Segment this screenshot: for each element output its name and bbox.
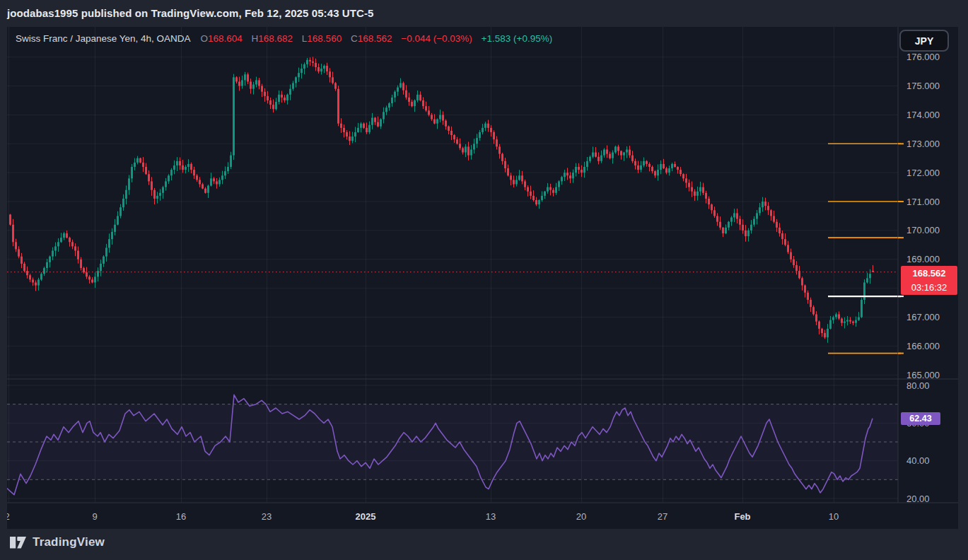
candle-body [80,259,82,268]
candle-body [626,149,628,152]
tradingview-logo-icon [9,536,27,549]
candle-body [187,164,189,167]
candle-body [564,173,566,177]
candle-body [37,279,40,285]
candle-body [199,180,201,184]
candle-body [122,199,124,207]
candle-body [292,83,294,88]
candle-body [844,322,846,323]
candle-body [555,187,557,193]
candle-body [233,77,235,155]
price-tick-label: 170.000 [906,225,940,235]
candle-body [756,213,758,218]
candle-body [235,77,238,81]
candle-body [136,158,139,163]
candle-body [329,71,331,77]
candle-body [606,149,608,153]
price-tick-label: 174.000 [906,110,940,120]
candle-body [170,170,173,175]
candle-body [705,193,707,199]
candle-body [620,151,622,156]
candle-body [617,146,619,151]
candle-body [812,307,815,314]
candle-body [863,283,865,301]
candle-body [391,98,393,103]
candle-body [614,146,617,152]
candle-body [549,187,552,190]
candle-body [207,186,209,193]
candle-body [600,156,602,161]
candle-body [134,163,136,167]
candle-body [804,286,806,293]
candle-body [247,74,249,81]
candle-body [422,100,424,106]
candle-body [493,132,495,139]
candle-body [810,300,812,307]
candle-body [501,154,503,161]
close-label: C [351,33,358,44]
candle-body [394,92,396,98]
candle-body [733,213,735,217]
candle-body [431,115,433,119]
candle-body [71,242,74,246]
rsi-tick-label: 20.00 [906,494,930,504]
candle-body [46,262,48,268]
chart-container[interactable]: 176.000175.000174.000173.000172.000171.0… [7,27,958,529]
candle-body [544,192,546,196]
candle-body [552,190,554,193]
candle-body [52,251,54,257]
candle-body [349,136,351,141]
open-value: 168.604 [208,33,243,44]
candle-body [69,238,71,242]
candle-body [807,293,809,300]
price-tick-label: 166.000 [906,341,940,351]
candle-body [784,239,786,245]
candle-body [371,118,373,125]
candle-body [547,187,549,192]
candle-body [592,153,594,157]
candle-body [18,250,20,257]
candle-body [688,182,690,187]
tradingview-attribution-link[interactable]: TradingView [9,535,105,549]
candle-body [680,170,682,174]
high-value: 168.682 [258,33,293,44]
candle-body [510,175,512,180]
candle-body [204,189,206,193]
current-price-badge: 168.562 03:16:32 [901,266,957,295]
close-value: 168.562 [358,33,392,44]
candle-body [221,175,223,180]
candle-body [462,148,464,152]
candle-body [442,115,444,120]
candle-body [57,242,59,246]
candle-body [479,132,481,138]
candle-body [696,192,699,196]
candle-body [29,275,31,279]
candle-body [841,319,843,323]
time-tick-label: 9 [92,511,97,522]
candle-body [295,77,297,83]
candle-body [366,128,368,132]
candle-body [77,251,79,259]
price-tick-label: 171.000 [906,197,940,207]
candle-body [86,272,88,276]
symbol-title[interactable]: Swiss Franc / Japanese Yen, 4h, OANDA [16,33,191,44]
chart-canvas[interactable]: 176.000175.000174.000173.000172.000171.0… [7,27,958,529]
candlestick-series[interactable] [9,57,874,342]
candle-body [340,124,342,128]
chart-legend[interactable]: Swiss Franc / Japanese Yen, 4h, OANDA O1… [16,33,552,44]
candle-body [849,320,851,322]
candle-body [218,180,221,184]
candle-body [448,127,450,131]
candle-body [581,170,583,173]
high-label: H [252,33,259,44]
candle-body [541,196,543,200]
candle-body [210,178,212,185]
currency-toggle-button[interactable]: JPY [899,30,949,52]
candle-body [111,232,113,239]
attribution-text: joodabas1995 published on TradingView.co… [7,7,374,19]
candle-body [728,222,730,228]
candle-body [829,320,832,329]
candle-body [589,157,591,161]
candle-body [142,163,144,167]
candle-body [869,274,871,278]
